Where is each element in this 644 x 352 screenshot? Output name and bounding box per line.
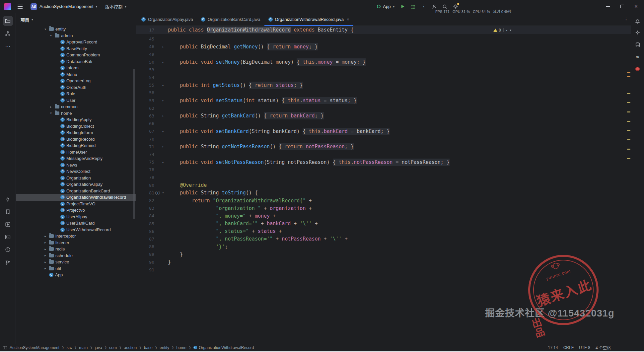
tree-item-NewsCollect[interactable]: CNewsCollect [16, 168, 136, 175]
close-tab-icon[interactable]: × [347, 17, 349, 22]
next-problem-icon[interactable]: ▾ [510, 29, 511, 32]
breadcrumb-item-home[interactable]: home [177, 345, 186, 350]
tree-item-interceptor[interactable]: ▸interceptor [16, 233, 136, 240]
chevron-down-icon[interactable]: ▾ [49, 111, 53, 115]
tab-OrganizationBankCard.java[interactable]: COrganizationBankCard.java [197, 13, 264, 26]
fold-expand-icon[interactable]: ▸ [161, 84, 165, 87]
breadcrumb-item-entity[interactable]: entity [160, 345, 169, 350]
tree-item-OperaterLog[interactable]: COperaterLog [16, 78, 136, 84]
tree-item-schedule[interactable]: ▸schedule [16, 252, 136, 259]
tree-item-OrganizationAlipay[interactable]: COrganizationAlipay [16, 181, 136, 188]
tree-item-listener[interactable]: ▸listener [16, 240, 136, 246]
stripe-warning-mark[interactable] [627, 158, 630, 159]
search-button[interactable] [440, 2, 450, 11]
problems-tool-button[interactable] [3, 245, 13, 254]
stripe-warning-mark[interactable] [627, 139, 630, 140]
breadcrumb-item-OrganizationWithdrawalRecord[interactable]: COrganizationWithdrawalRecord [193, 345, 254, 350]
minimize-button[interactable] [604, 2, 613, 11]
notifications-button[interactable] [633, 16, 643, 26]
stripe-warning-mark[interactable] [627, 93, 630, 94]
ai-assistant-button[interactable] [633, 28, 643, 38]
database-tool-button[interactable] [633, 40, 643, 50]
chevron-right-icon[interactable]: ▸ [43, 267, 47, 270]
debug-button[interactable] [408, 2, 418, 11]
services-tool-button[interactable] [3, 219, 13, 229]
hamburger-menu-icon[interactable] [15, 2, 25, 11]
tree-item-MessageAndReply[interactable]: CMessageAndReply [16, 155, 136, 162]
tree-item-admin[interactable]: ▾admin [16, 33, 136, 39]
tree-item-redis[interactable]: ▸redis [16, 246, 136, 252]
fold-expand-icon[interactable]: ▸ [161, 161, 165, 164]
stripe-warning-mark[interactable] [627, 72, 630, 73]
tree-item-UserWithdrawalRecord[interactable]: CUserWithdrawalRecord [16, 227, 136, 233]
project-tool-button[interactable] [3, 16, 13, 26]
breadcrumb-item-base[interactable]: base [144, 345, 153, 350]
breadcrumb-item-AuctionSystemManagement[interactable]: AuctionSystemManagement [10, 345, 59, 350]
breadcrumb-item-src[interactable]: src [67, 345, 72, 350]
git-tool-button[interactable] [3, 257, 13, 267]
tree-item-CommonProblem[interactable]: CCommonProblem [16, 52, 136, 58]
chevron-right-icon[interactable]: ▸ [43, 235, 47, 238]
tree-item-ApprovalRecord[interactable]: CApprovalRecord [16, 39, 136, 45]
breadcrumb-item-com[interactable]: com [109, 345, 117, 350]
tree-item-BiddingApply[interactable]: CBiddingApply [16, 116, 136, 123]
run-config-selector[interactable]: App ▾ [375, 3, 396, 10]
more-actions-button[interactable]: ⋮ [419, 2, 428, 11]
inspections-widget[interactable]: 8 ▴ ▾ [493, 28, 511, 33]
project-panel-header[interactable]: 项目 ▾ [16, 13, 136, 26]
fold-collapse-icon[interactable]: ▾ [161, 191, 165, 194]
tree-item-Inform[interactable]: CInform [16, 65, 136, 71]
tree-item-home[interactable]: ▾home [16, 110, 136, 117]
chevron-right-icon[interactable]: ▸ [49, 105, 53, 108]
tree-item-App[interactable]: CApp [16, 272, 136, 278]
tree-item-BiddingCollect[interactable]: CBiddingCollect [16, 123, 136, 130]
fold-expand-icon[interactable]: ▸ [161, 99, 165, 102]
tree-item-BaseEntity[interactable]: CBaseEntity [16, 45, 136, 52]
status-item[interactable]: 17:14 [548, 345, 558, 350]
tab-OrganizationWithdrawalRecord.java[interactable]: COrganizationWithdrawalRecord.java× [264, 13, 353, 26]
stripe-warning-mark[interactable] [627, 102, 630, 103]
account-button[interactable] [430, 2, 439, 11]
structure-tool-button[interactable] [3, 29, 13, 38]
maximize-button[interactable] [617, 2, 627, 11]
tree-item-HomeUser[interactable]: CHomeUser [16, 149, 136, 156]
bookmarks-tool-button[interactable] [3, 207, 13, 217]
tree-item-Role[interactable]: CRole [16, 91, 136, 97]
tree-item-User[interactable]: CUser [16, 97, 136, 104]
error-stripe[interactable] [626, 27, 631, 344]
stripe-warning-mark[interactable] [627, 76, 630, 77]
tree-item-BiddingRecord[interactable]: CBiddingRecord [16, 136, 136, 143]
chevron-right-icon[interactable]: ▸ [43, 254, 47, 257]
tree-item-UserAlipay[interactable]: CUserAlipay [16, 214, 136, 220]
tree-item-BiddingInform[interactable]: CBiddingInform [16, 129, 136, 136]
vcs-selector[interactable]: 版本控制 ▾ [103, 2, 128, 11]
run-button[interactable] [398, 2, 407, 11]
breadcrumb-item-main[interactable]: main [79, 345, 88, 350]
code-lines[interactable]: 4546▸ public BigDecimal getMoney() { ret… [136, 34, 631, 344]
tree-item-Organization[interactable]: COrganization [16, 175, 136, 181]
tree-item-BiddingRemind[interactable]: CBiddingRemind [16, 142, 136, 149]
override-gutter-icon[interactable]: ↑ [155, 191, 160, 195]
status-item[interactable]: 4 个空格 [596, 345, 611, 350]
tab-options-button[interactable]: ⋮ [621, 15, 631, 24]
fold-expand-icon[interactable]: ▸ [161, 145, 165, 148]
project-tree-scrollbar[interactable] [133, 69, 135, 219]
plugin-tool-button[interactable] [633, 64, 643, 74]
terminal-tool-button[interactable] [3, 232, 13, 242]
project-selector[interactable]: AS AuctionSystemManagement ▾ [29, 2, 99, 11]
breadcrumb-item-java[interactable]: java [95, 345, 102, 350]
chevron-right-icon[interactable]: ▸ [43, 260, 47, 264]
tree-item-OrganizationBankCard[interactable]: COrganizationBankCard [16, 188, 136, 194]
fold-expand-icon[interactable]: ▸ [161, 45, 165, 48]
tree-item-OrderAuth[interactable]: COrderAuth [16, 84, 136, 91]
tree-item-ProjectVo[interactable]: CProjectVo [16, 207, 136, 214]
chevron-right-icon[interactable]: ▸ [43, 247, 47, 251]
stripe-warning-mark[interactable] [627, 149, 630, 150]
stripe-warning-mark[interactable] [627, 130, 630, 131]
tree-item-DatabaseBak[interactable]: CDatabaseBak [16, 58, 136, 65]
tree-item-ProjectTimeVO[interactable]: CProjectTimeVO [16, 201, 136, 207]
prev-problem-icon[interactable]: ▴ [506, 29, 508, 32]
close-button[interactable]: × [631, 2, 641, 11]
fold-expand-icon[interactable]: ▸ [161, 60, 165, 64]
stripe-warning-mark[interactable] [627, 121, 630, 122]
